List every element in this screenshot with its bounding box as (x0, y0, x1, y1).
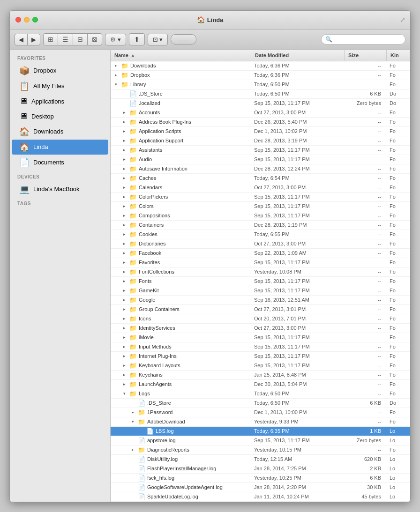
table-row[interactable]: ▸📁DropboxToday, 6:36 PM--Fo (111, 71, 410, 80)
sidebar-item-downloads[interactable]: 🏠 Downloads (12, 124, 108, 139)
table-row[interactable]: ▾📁LogsToday, 6:50 PM--Fo (111, 389, 410, 399)
disclosure-triangle[interactable]: ▸ (121, 325, 128, 331)
disclosure-triangle[interactable]: ▸ (121, 222, 128, 228)
table-row[interactable]: ▸📁FontsSep 15, 2013, 11:17 PM--Fo (111, 277, 410, 286)
disclosure-triangle[interactable]: ▸ (121, 137, 128, 144)
table-row[interactable]: ▸📁Application SupportDec 28, 2013, 3:19 … (111, 136, 410, 146)
table-row[interactable]: 📄appstore.logSep 15, 2013, 11:17 PMZero … (111, 436, 410, 445)
search-input[interactable] (334, 36, 401, 43)
disclosure-triangle[interactable]: ▸ (121, 175, 128, 181)
action-button[interactable]: ⚙ ▾ (105, 34, 126, 45)
sidebar-item-documents[interactable]: 📄 Documents (12, 155, 108, 170)
table-row[interactable]: ▸📁LaunchAgentsDec 30, 2013, 5:04 PM--Fo (111, 380, 410, 389)
toggle-button[interactable]: — — (171, 34, 196, 45)
disclosure-triangle[interactable]: ▸ (121, 287, 128, 294)
table-row[interactable]: ▸📁GoogleSep 16, 2013, 12:51 AM--Fo (111, 296, 410, 305)
disclosure-triangle[interactable]: ▸ (121, 212, 128, 219)
disclosure-triangle[interactable]: ▸ (121, 203, 128, 209)
table-row[interactable]: ▸📁1PasswordDec 1, 2013, 10:00 PM--Fo (111, 408, 410, 417)
table-row[interactable]: ▸📁ColorPickersSep 15, 2013, 11:17 PM--Fo (111, 193, 410, 202)
disclosure-triangle[interactable]: ▸ (121, 184, 128, 191)
table-row[interactable]: 📄.localizedSep 15, 2013, 11:17 PMZero by… (111, 99, 410, 108)
table-row[interactable]: 📄SparkleUpdateLog.logJan 11, 2014, 10:24… (111, 492, 410, 502)
disclosure-triangle[interactable]: ▸ (121, 165, 128, 172)
table-row[interactable]: ▸📁IdentityServicesOct 27, 2013, 3:00 PM-… (111, 324, 410, 333)
forward-button[interactable]: ▶ (28, 34, 40, 45)
col-header-date[interactable]: Date Modified (251, 50, 345, 61)
table-row[interactable]: ▸📁CookiesToday, 6:55 PM--Fo (111, 230, 410, 239)
close-button[interactable] (15, 17, 21, 22)
sidebar-item-macbook[interactable]: 💻 Linda's MacBook (12, 182, 108, 197)
table-row[interactable]: ▸📁AssistantsSep 15, 2013, 11:17 PM--Fo (111, 146, 410, 155)
col-header-name[interactable]: Name ▲ (111, 50, 251, 61)
table-row[interactable]: 📄DiskUtility.logToday, 12:15 AM620 KBLo (111, 455, 410, 464)
disclosure-triangle[interactable]: ▸ (121, 250, 128, 256)
disclosure-triangle[interactable]: ▸ (112, 72, 119, 78)
table-row[interactable]: ▸📁GameKitSep 15, 2013, 11:17 PM--Fo (111, 286, 410, 296)
table-row[interactable]: ▸📁DictionariesOct 27, 2013, 3:00 PM--Fo (111, 239, 410, 249)
sidebar-item-dropbox[interactable]: 📦 Dropbox (12, 63, 108, 78)
disclosure-triangle[interactable]: ▸ (121, 297, 128, 303)
table-row[interactable]: ▸📁Autosave InformationDec 28, 2013, 12:2… (111, 164, 410, 174)
sidebar-item-linda[interactable]: 🏠 Linda (12, 140, 108, 155)
disclosure-triangle[interactable]: ▸ (121, 231, 128, 237)
table-row[interactable]: ▸📁DownloadsToday, 6:36 PM--Fo (111, 61, 410, 71)
table-row[interactable]: 📄.DS_StoreToday, 6:50 PM6 KBDo (111, 89, 410, 99)
table-row[interactable]: ▸📁AccountsOct 27, 2013, 3:00 PM--Fo (111, 108, 410, 118)
table-row[interactable]: ▸📁DiagnosticReportsYesterday, 10:15 PM--… (111, 445, 410, 455)
disclosure-triangle[interactable]: ▸ (121, 362, 128, 369)
disclosure-triangle[interactable]: ▸ (121, 353, 128, 359)
table-row[interactable]: 📄GoogleSoftwareUpdateAgent.logJan 28, 20… (111, 483, 410, 492)
disclosure-triangle[interactable]: ▾ (112, 81, 119, 88)
back-button[interactable]: ◀ (15, 34, 28, 45)
disclosure-triangle[interactable]: ▸ (121, 259, 128, 266)
disclosure-triangle[interactable]: ▸ (121, 343, 128, 350)
disclosure-triangle[interactable]: ▸ (121, 334, 128, 341)
table-row[interactable]: ▾📁LibraryToday, 6:50 PM--Fo (111, 80, 410, 89)
disclosure-triangle[interactable]: ▸ (121, 371, 128, 378)
maximize-button[interactable] (32, 17, 38, 22)
table-row[interactable]: ▸📁Keyboard LayoutsSep 15, 2013, 11:17 PM… (111, 361, 410, 371)
minimize-button[interactable] (24, 17, 30, 22)
disclosure-triangle[interactable]: ▸ (121, 128, 128, 134)
table-row[interactable]: ▸📁CalendarsOct 27, 2013, 3:00 PM--Fo (111, 183, 410, 193)
disclosure-triangle[interactable]: ▸ (112, 62, 119, 69)
disclosure-triangle[interactable]: ▸ (121, 306, 128, 312)
table-row[interactable]: 📄.DS_StoreToday, 6:50 PM6 KBDo (111, 399, 410, 408)
view-cover-button[interactable]: ⊠ (88, 34, 102, 45)
disclosure-triangle[interactable]: ▸ (121, 315, 128, 322)
table-row[interactable]: ▸📁Internet Plug-InsSep 15, 2013, 11:17 P… (111, 352, 410, 361)
disclosure-triangle[interactable]: ▸ (121, 193, 128, 200)
disclosure-triangle[interactable]: ▸ (121, 381, 128, 387)
table-row[interactable]: ▸📁FacebookSep 22, 2013, 1:09 AM--Fo (111, 249, 410, 258)
table-row[interactable]: 📄LBS.logToday, 6:35 PM1 KBLo (111, 427, 410, 436)
search-box[interactable]: 🔍 (321, 34, 405, 45)
disclosure-triangle[interactable]: ▸ (121, 109, 128, 116)
table-row[interactable]: ▾📁AdobeDownloadYesterday, 9:33 PM--Fo (111, 417, 410, 427)
table-row[interactable]: ▸📁AudioSep 15, 2013, 11:17 PM--Fo (111, 155, 410, 164)
table-row[interactable]: ▸📁KeychainsJan 25, 2014, 8:48 PM--Fo (111, 371, 410, 380)
table-row[interactable]: 📄FlashPlayerInstallManager.logJan 28, 20… (111, 464, 410, 474)
disclosure-triangle[interactable]: ▸ (121, 240, 128, 247)
disclosure-triangle[interactable]: ▸ (121, 278, 128, 284)
table-row[interactable]: ▸📁iMovieSep 15, 2013, 11:17 PM--Fo (111, 333, 410, 342)
col-header-kind[interactable]: Kin (387, 50, 410, 61)
disclosure-triangle[interactable]: ▾ (121, 390, 128, 397)
view-column-button[interactable]: ⊟ (73, 34, 88, 45)
sidebar-item-all-my-files[interactable]: 📋 All My Files (12, 79, 108, 94)
table-row[interactable]: ▸📁CachesToday, 6:54 PM--Fo (111, 174, 410, 183)
arrange-button[interactable]: ⊡ ▾ (148, 34, 168, 45)
disclosure-triangle[interactable]: ▸ (129, 409, 136, 416)
sidebar-item-desktop[interactable]: 🖥 Desktop (12, 109, 108, 124)
disclosure-triangle[interactable]: ▸ (121, 147, 128, 153)
table-row[interactable]: ▸📁FontCollectionsYesterday, 10:08 PM--Fo (111, 267, 410, 277)
disclosure-triangle[interactable]: ▸ (121, 156, 128, 163)
col-header-size[interactable]: Size (345, 50, 387, 61)
table-row[interactable]: ▸📁Application ScriptsDec 1, 2013, 10:02 … (111, 127, 410, 136)
share-button[interactable]: ⬆ (129, 33, 145, 45)
table-row[interactable]: ▸📁FavoritesSep 15, 2013, 11:17 PM--Fo (111, 258, 410, 267)
disclosure-triangle[interactable]: ▾ (129, 418, 136, 425)
disclosure-triangle[interactable]: ▸ (129, 446, 136, 453)
table-row[interactable]: ▸📁CompositionsSep 15, 2013, 11:17 PM--Fo (111, 211, 410, 221)
sidebar-item-applications[interactable]: 🖥 Applications (12, 94, 108, 109)
